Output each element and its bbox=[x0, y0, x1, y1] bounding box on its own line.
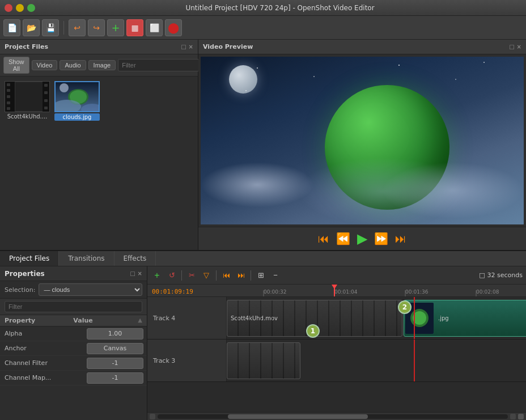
cut-button[interactable]: ✂ bbox=[185, 269, 198, 282]
svg-point-9 bbox=[455, 79, 456, 80]
timeline: + ↺ ✂ ▽ ⏮ ⏭ ⊞ − □ 32 seconds 00:01:09:19 bbox=[147, 266, 526, 420]
open-button[interactable]: 📂 bbox=[23, 19, 40, 36]
tab-effects[interactable]: Effects bbox=[114, 251, 156, 266]
properties-table: Property Value ▲ Alpha 1.00 Anchor Canva… bbox=[0, 315, 147, 420]
timeline-tracks: Track 4 Scott4kUhd.mov bbox=[147, 297, 526, 412]
panel-close-icon[interactable]: × bbox=[189, 44, 193, 50]
clip-jpg-label: .jpg bbox=[435, 314, 452, 323]
prop-alpha-btn[interactable]: 1.00 bbox=[87, 328, 143, 340]
props-close-icon[interactable]: × bbox=[138, 270, 142, 277]
jump-start-button[interactable]: ⏮ bbox=[220, 269, 232, 282]
filmstrip-hole-r3 bbox=[44, 99, 48, 102]
playhead-track-3 bbox=[414, 340, 415, 381]
svg-point-8 bbox=[398, 65, 400, 66]
file-thumb-scott4k bbox=[5, 81, 50, 112]
file-preview-scott4k bbox=[15, 82, 46, 112]
filter-image[interactable]: Image bbox=[88, 60, 116, 70]
filter-marker-button[interactable]: ▽ bbox=[200, 269, 213, 282]
titlebar: Untitled Project [HDV 720 24p] - OpenSho… bbox=[0, 0, 526, 16]
prop-row-anchor: Anchor Canvas bbox=[0, 341, 147, 356]
filmstrip-pattern-2 bbox=[227, 343, 300, 379]
zoom-minus-button[interactable]: − bbox=[269, 269, 282, 282]
prop-name-channel-filter: Channel Filter bbox=[0, 359, 84, 367]
timeline-ruler: 00:01:09:19 00:00:32 00:01:04 00:01:36 0… bbox=[147, 285, 526, 297]
filmstrip-hole-2 bbox=[7, 89, 10, 92]
tab-project-files[interactable]: Project Files bbox=[0, 251, 59, 266]
filter-input[interactable] bbox=[118, 59, 204, 71]
redo-button[interactable]: ↪ bbox=[88, 19, 105, 36]
add-track-button[interactable]: + bbox=[151, 269, 163, 282]
prop-anchor-btn[interactable]: Canvas bbox=[87, 343, 143, 354]
bottom-area: Project Files Transitions Effects Proper… bbox=[0, 250, 526, 420]
prop-row-channel-map: Channel Map... -1 bbox=[0, 371, 147, 385]
rewind-button[interactable]: ⏪ bbox=[336, 233, 350, 244]
playhead-track-4 bbox=[414, 297, 415, 339]
timeline-scroll-thumb[interactable] bbox=[228, 414, 368, 419]
close-button[interactable] bbox=[5, 4, 12, 12]
jump-to-end-button[interactable]: ⏭ bbox=[395, 233, 406, 244]
file-item-clouds[interactable]: clouds.jpg bbox=[54, 81, 100, 121]
play-button[interactable]: ▶ bbox=[357, 232, 367, 245]
tl-sep-2 bbox=[216, 270, 217, 281]
track-content-3[interactable] bbox=[227, 340, 526, 381]
project-filter-bar: Show All Video Audio Image 🧹 bbox=[0, 54, 198, 77]
filmstrip-hole-r4 bbox=[44, 107, 48, 109]
snap-button[interactable]: ⊞ bbox=[254, 269, 267, 282]
scroll-right-button[interactable] bbox=[510, 414, 516, 419]
filter-show-all[interactable]: Show All bbox=[3, 57, 29, 74]
panel-undock-icon[interactable]: □ bbox=[181, 44, 186, 50]
prop-value-alpha: 1.00 bbox=[84, 327, 147, 341]
save-button[interactable]: 💾 bbox=[42, 19, 59, 36]
fast-forward-button[interactable]: ⏩ bbox=[374, 233, 388, 244]
undo-button[interactable]: ↩ bbox=[69, 19, 86, 36]
tab-transitions[interactable]: Transitions bbox=[59, 251, 114, 266]
prop-channel-filter-btn[interactable]: -1 bbox=[87, 358, 143, 369]
badge-1: 1 bbox=[306, 324, 320, 338]
add-button[interactable]: + bbox=[107, 19, 124, 36]
svg-point-7 bbox=[313, 76, 315, 77]
undo-button-timeline[interactable]: ↺ bbox=[166, 269, 178, 282]
transitions-button[interactable]: ▦ bbox=[126, 19, 143, 36]
filmstrip-hole-5 bbox=[7, 107, 10, 110]
ruler-ticks-svg bbox=[227, 285, 526, 297]
maximize-button[interactable] bbox=[27, 4, 35, 12]
project-files-title: Project Files bbox=[5, 43, 48, 50]
record-button[interactable]: ⬤ bbox=[165, 19, 182, 36]
timeline-scroll-track[interactable] bbox=[158, 414, 508, 419]
bottom-tabs: Project Files Transitions Effects bbox=[0, 251, 526, 266]
filmstrip-hole-4 bbox=[7, 101, 10, 104]
prop-name-anchor: Anchor bbox=[0, 345, 84, 352]
bottom-content: Properties □ × Selection: — clouds Prope… bbox=[0, 266, 526, 420]
props-filter-input[interactable] bbox=[5, 301, 142, 312]
new-button[interactable]: 📄 bbox=[3, 19, 20, 36]
prop-channel-map-btn[interactable]: -1 bbox=[87, 372, 143, 384]
track-row-4: Track 4 Scott4kUhd.mov bbox=[147, 297, 526, 340]
minimize-button[interactable] bbox=[16, 4, 24, 12]
selection-dropdown[interactable]: — clouds bbox=[39, 283, 142, 296]
file-item-scott4k[interactable]: Scott4kUhd.... bbox=[5, 81, 50, 121]
video-canvas bbox=[201, 57, 524, 224]
scroll-left-button[interactable] bbox=[150, 414, 155, 419]
filter-audio[interactable]: Audio bbox=[60, 60, 86, 70]
prop-value-channel-map: -1 bbox=[84, 371, 147, 385]
svg-marker-18 bbox=[332, 285, 337, 289]
svg-point-6 bbox=[257, 67, 258, 69]
props-undock-icon[interactable]: □ bbox=[130, 270, 135, 277]
remove-button[interactable]: ⬜ bbox=[146, 19, 163, 36]
selection-row: Selection: — clouds bbox=[0, 281, 147, 299]
svg-point-10 bbox=[483, 62, 485, 63]
playback-controls: ⏮ ⏪ ▶ ⏩ ⏭ bbox=[198, 227, 526, 250]
timeline-scrollbar bbox=[147, 412, 526, 420]
preview-close-icon[interactable]: × bbox=[517, 44, 521, 50]
jump-to-start-button[interactable]: ⏮ bbox=[318, 233, 329, 244]
clip-track3[interactable] bbox=[227, 342, 300, 379]
scroll-corner bbox=[518, 414, 524, 419]
project-files-header: Project Files □ × bbox=[0, 40, 198, 54]
preview-undock-icon[interactable]: □ bbox=[509, 44, 514, 50]
jump-end-button[interactable]: ⏭ bbox=[235, 269, 247, 282]
project-files-content: Scott4kUhd.... bbox=[0, 77, 198, 250]
filter-video[interactable]: Video bbox=[32, 60, 58, 70]
clip-jpg[interactable]: .jpg bbox=[404, 300, 526, 337]
filmstrip-hole-3 bbox=[7, 95, 10, 98]
track-content-4[interactable]: Scott4kUhd.mov .jpg bbox=[227, 297, 526, 339]
